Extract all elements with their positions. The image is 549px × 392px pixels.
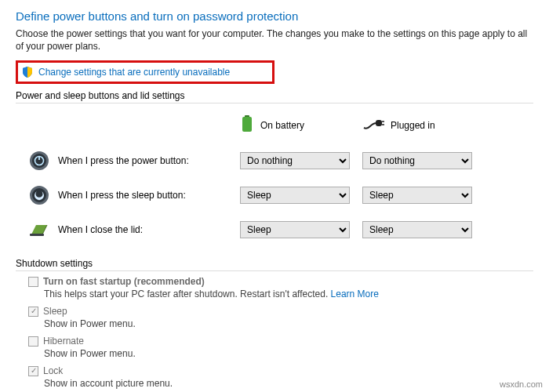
row-close-lid: When I close the lid: xyxy=(16,219,235,241)
fast-startup-label: Turn on fast startup (recommended) xyxy=(43,276,205,287)
svg-point-11 xyxy=(32,188,46,202)
hibernate-checkbox[interactable] xyxy=(28,336,38,347)
sleep-checkbox[interactable]: ✓ xyxy=(28,307,38,317)
hibernate-sub: Show in Power menu. xyxy=(44,348,533,359)
sleep-button-plugged-in-select[interactable]: Sleep xyxy=(362,187,472,204)
svg-rect-1 xyxy=(242,117,252,132)
fast-startup-checkbox[interactable] xyxy=(28,277,38,287)
column-on-battery-label: On battery xyxy=(260,120,304,131)
page-description: Choose the power settings that you want … xyxy=(16,27,533,53)
shutdown-item-sleep: ✓ Sleep Show in Power menu. xyxy=(28,306,533,329)
lock-checkbox[interactable]: ✓ xyxy=(28,366,38,376)
laptop-lid-icon xyxy=(28,219,50,241)
column-plugged-in: Plugged in xyxy=(362,117,480,133)
section-shutdown-heading: Shutdown settings xyxy=(16,258,533,271)
row-sleep-button: When I press the sleep button: xyxy=(16,184,235,206)
row-sleep-button-label: When I press the sleep button: xyxy=(58,190,186,201)
uac-shield-icon xyxy=(21,66,34,78)
shutdown-item-fast-startup: Turn on fast startup (recommended) This … xyxy=(28,276,533,299)
plug-icon xyxy=(362,117,384,133)
hibernate-label: Hibernate xyxy=(43,336,84,347)
section-power-buttons-heading: Power and sleep buttons and lid settings xyxy=(16,90,533,103)
shutdown-item-hibernate: Hibernate Show in Power menu. xyxy=(28,336,533,359)
sleep-button-icon xyxy=(28,184,50,206)
row-close-lid-label: When I close the lid: xyxy=(58,224,143,235)
row-power-button-label: When I press the power button: xyxy=(58,155,189,166)
sleep-label: Sleep xyxy=(43,306,67,317)
page-title: Define power buttons and turn on passwor… xyxy=(16,9,533,23)
column-on-battery: On battery xyxy=(240,114,358,136)
power-button-icon xyxy=(28,150,50,172)
power-button-plugged-in-select[interactable]: Do nothing xyxy=(362,152,472,169)
shutdown-item-lock: ✓ Lock Show in account picture menu. xyxy=(28,365,533,389)
power-button-on-battery-select[interactable]: Do nothing xyxy=(240,152,350,169)
lock-label: Lock xyxy=(43,365,63,376)
lock-sub: Show in account picture menu. xyxy=(44,378,533,389)
svg-rect-3 xyxy=(376,120,382,126)
close-lid-on-battery-select[interactable]: Sleep xyxy=(240,221,350,238)
column-plugged-in-label: Plugged in xyxy=(391,120,435,131)
sleep-button-on-battery-select[interactable]: Sleep xyxy=(240,187,350,204)
change-settings-highlight: Change settings that are currently unava… xyxy=(16,60,274,84)
learn-more-link[interactable]: Learn More xyxy=(331,289,379,299)
change-settings-link[interactable]: Change settings that are currently unava… xyxy=(38,67,230,78)
svg-rect-12 xyxy=(30,234,44,236)
sleep-sub: Show in Power menu. xyxy=(44,318,533,329)
row-power-button: When I press the power button: xyxy=(16,150,235,172)
battery-icon xyxy=(240,114,254,136)
fast-startup-sub: This helps start your PC faster after sh… xyxy=(44,289,533,299)
close-lid-plugged-in-select[interactable]: Sleep xyxy=(362,221,472,238)
fast-startup-sub-text: This helps start your PC faster after sh… xyxy=(44,289,331,299)
power-grid: On battery Plugged in When I press the p… xyxy=(16,108,533,247)
shutdown-settings-list: Turn on fast startup (recommended) This … xyxy=(16,271,533,389)
watermark: wsxdn.com xyxy=(500,379,543,389)
